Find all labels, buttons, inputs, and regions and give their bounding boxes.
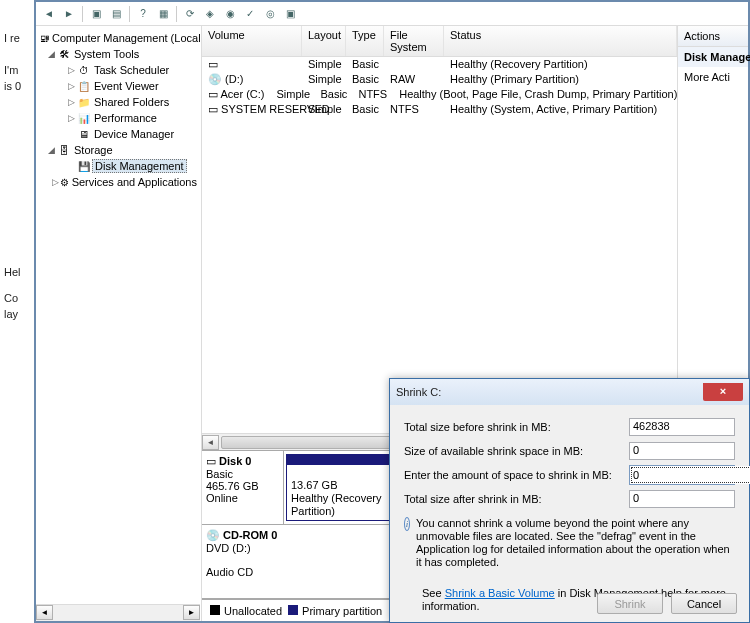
label-available: Size of available shrink space in MB: <box>404 445 629 457</box>
clock-icon: ⏱ <box>76 63 92 77</box>
collapse-icon[interactable]: ◢ <box>46 145 56 155</box>
tree-device-manager[interactable]: 🖥Device Manager <box>38 126 199 142</box>
show-hide-button[interactable]: ▤ <box>107 5 125 23</box>
actions-header: Actions <box>678 26 748 47</box>
event-icon: 📋 <box>76 79 92 93</box>
volume-row[interactable]: ▭ SimpleBasicHealthy (Recovery Partition… <box>202 57 677 72</box>
col-type[interactable]: Type <box>346 26 384 56</box>
col-status[interactable]: Status <box>444 26 677 56</box>
shrink-amount-field[interactable] <box>630 466 750 484</box>
tree-services[interactable]: ▷⚙Services and Applications <box>38 174 199 190</box>
tool-icon[interactable]: ◈ <box>201 5 219 23</box>
disk-label[interactable]: ▭ Disk 0 Basic 465.76 GB Online <box>202 451 284 524</box>
expand-icon[interactable]: ▷ <box>66 97 76 107</box>
volume-header[interactable]: Volume Layout Type File System Status <box>202 26 677 57</box>
tool-icon[interactable]: ▣ <box>281 5 299 23</box>
actions-context[interactable]: Disk Managem <box>678 47 748 67</box>
volume-list[interactable]: Volume Layout Type File System Status ▭ … <box>202 26 677 433</box>
tree-root[interactable]: 🖳Computer Management (Local <box>38 30 199 46</box>
label-total-after: Total size after shrink in MB: <box>404 493 629 505</box>
shrink-amount-input[interactable]: ▲▼ <box>629 465 735 485</box>
up-button[interactable]: ▣ <box>87 5 105 23</box>
help-link[interactable]: Shrink a Basic Volume <box>445 587 555 599</box>
shrink-dialog: Shrink C: × Total size before shrink in … <box>389 378 750 623</box>
expand-icon[interactable]: ▷ <box>52 177 59 187</box>
dialog-title: Shrink C: <box>396 386 441 398</box>
tool-icon[interactable]: ✓ <box>241 5 259 23</box>
tool-icon[interactable]: ◉ <box>221 5 239 23</box>
col-layout[interactable]: Layout <box>302 26 346 56</box>
label-total-before: Total size before shrink in MB: <box>404 421 629 433</box>
label-shrink-amount: Enter the amount of space to shrink in M… <box>404 469 629 481</box>
folder-icon: 📁 <box>76 95 92 109</box>
tree-task-scheduler[interactable]: ▷⏱Task Scheduler <box>38 62 199 78</box>
disk-icon: 💾 <box>76 159 92 173</box>
legend-unallocated-swatch <box>210 605 220 615</box>
tree-scrollbar[interactable]: ◄► <box>36 604 200 621</box>
close-button[interactable]: × <box>703 383 743 401</box>
tree-system-tools[interactable]: ◢🛠System Tools <box>38 46 199 62</box>
value-available: 0 <box>629 442 735 460</box>
col-filesystem[interactable]: File System <box>384 26 444 56</box>
help-button[interactable]: ? <box>134 5 152 23</box>
cancel-button[interactable]: Cancel <box>671 593 737 614</box>
value-total-before: 462838 <box>629 418 735 436</box>
computer-icon: 🖳 <box>40 31 50 45</box>
forward-button[interactable]: ► <box>60 5 78 23</box>
info-icon: i <box>404 517 410 531</box>
tree-shared-folders[interactable]: ▷📁Shared Folders <box>38 94 199 110</box>
tools-icon: 🛠 <box>56 47 72 61</box>
tree-event-viewer[interactable]: ▷📋Event Viewer <box>38 78 199 94</box>
col-volume[interactable]: Volume <box>202 26 302 56</box>
expand-icon[interactable]: ▷ <box>66 113 76 123</box>
services-icon: ⚙ <box>59 175 70 189</box>
volume-row[interactable]: ▭ SYSTEM RESERVEDSimpleBasicNTFSHealthy … <box>202 102 677 117</box>
tree-storage[interactable]: ◢🗄Storage <box>38 142 199 158</box>
refresh-button[interactable]: ⟳ <box>181 5 199 23</box>
info-message: iYou cannot shrink a volume beyond the p… <box>404 517 735 569</box>
toolbar: ◄ ► ▣ ▤ ? ▦ ⟳ ◈ ◉ ✓ ◎ ▣ <box>36 2 748 26</box>
properties-button[interactable]: ▦ <box>154 5 172 23</box>
volume-row[interactable]: ▭ Acer (C:)SimpleBasicNTFSHealthy (Boot,… <box>202 87 677 102</box>
actions-more[interactable]: More Acti <box>678 67 748 87</box>
perf-icon: 📊 <box>76 111 92 125</box>
shrink-button: Shrink <box>597 593 663 614</box>
value-total-after: 0 <box>629 490 735 508</box>
tool-icon[interactable]: ◎ <box>261 5 279 23</box>
collapse-icon[interactable]: ◢ <box>46 49 56 59</box>
background-text: I re I'm is 0 Hel Colay <box>4 30 21 322</box>
dialog-titlebar[interactable]: Shrink C: × <box>390 379 749 405</box>
tree-disk-management[interactable]: 💾Disk Management <box>38 158 199 174</box>
back-button[interactable]: ◄ <box>40 5 58 23</box>
storage-icon: 🗄 <box>56 143 72 157</box>
legend-primary-swatch <box>288 605 298 615</box>
navigation-tree[interactable]: 🖳Computer Management (Local ◢🛠System Too… <box>36 26 202 621</box>
expand-icon[interactable]: ▷ <box>66 81 76 91</box>
device-icon: 🖥 <box>76 127 92 141</box>
volume-row[interactable]: 💿 (D:)SimpleBasicRAWHealthy (Primary Par… <box>202 72 677 87</box>
tree-performance[interactable]: ▷📊Performance <box>38 110 199 126</box>
expand-icon[interactable]: ▷ <box>66 65 76 75</box>
